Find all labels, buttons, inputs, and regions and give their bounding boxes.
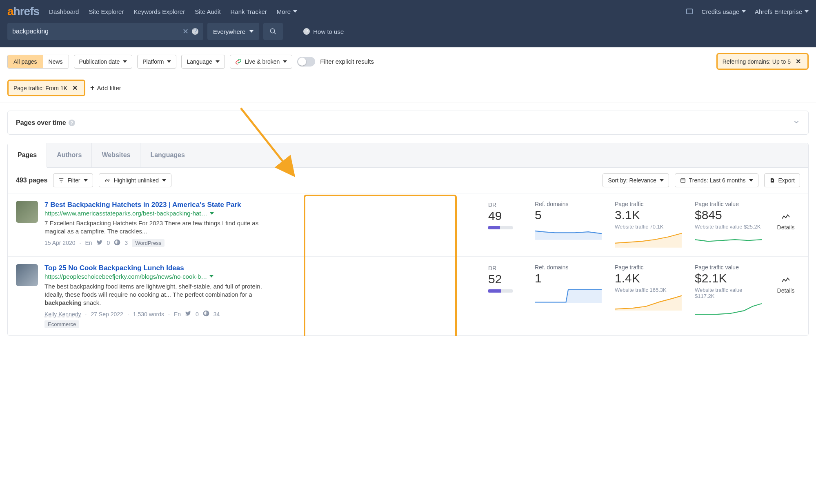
- metric-sub: Website traffic value $117.2K: [695, 287, 762, 299]
- clear-icon[interactable]: ✕: [182, 27, 189, 36]
- metric-label: Page traffic value: [695, 264, 762, 271]
- details-button[interactable]: Details: [772, 201, 800, 249]
- filter-button[interactable]: Filter: [53, 173, 93, 187]
- export-button[interactable]: Export: [764, 173, 800, 187]
- chevron-down-icon[interactable]: [793, 118, 800, 127]
- metric-label: Page traffic value: [695, 201, 762, 207]
- meta-twitter-count: 0: [107, 240, 110, 246]
- help-icon[interactable]: ?: [69, 120, 75, 126]
- explicit-toggle[interactable]: [297, 57, 315, 67]
- result-url[interactable]: https://peopleschoicebeefjerky.com/blogs…: [44, 273, 213, 280]
- pill-label: Platform: [142, 58, 164, 65]
- pill-label: Publication date: [79, 58, 120, 65]
- sort-button[interactable]: Sort by: Relevance: [603, 173, 669, 187]
- url-text: https://peopleschoicebeefjerky.com/blogs…: [44, 273, 207, 280]
- details-label: Details: [777, 224, 795, 231]
- result-title-link[interactable]: Top 25 No Cook Backpacking Lunch Ideas: [44, 264, 478, 272]
- caret-down-icon: [293, 10, 297, 13]
- metric-ref-domains: Ref. domains 5: [531, 201, 605, 249]
- nav-dashboard[interactable]: Dashboard: [49, 8, 79, 15]
- search-button[interactable]: [263, 23, 283, 40]
- card-head[interactable]: Pages over time ?: [8, 111, 808, 134]
- dr-bar: [488, 226, 513, 229]
- filter-platform[interactable]: Platform: [137, 55, 176, 69]
- result-title-link[interactable]: 7 Best Backpacking Hatchets in 2023 | Am…: [44, 201, 478, 209]
- search-input[interactable]: [12, 28, 179, 35]
- plus-icon: +: [90, 84, 95, 92]
- results-toolbar: 493 pages Filter Highlight unlinked Sort…: [8, 168, 808, 193]
- caret-down-icon[interactable]: [209, 275, 213, 278]
- help-icon[interactable]: ?: [192, 28, 198, 35]
- meta-author[interactable]: Kelly Kennedy: [44, 311, 81, 317]
- metric-sub: Website traffic value $25.2K: [695, 224, 762, 230]
- rtab-pages[interactable]: Pages: [8, 143, 47, 168]
- result-meta: 15 Apr 2020 · En 0 3 WordPress: [44, 239, 478, 247]
- results-section: Pages Authors Websites Languages 493 pag…: [7, 143, 809, 336]
- result-meta-2: Ecommerce: [44, 320, 478, 328]
- tab-all-pages[interactable]: All pages: [8, 55, 43, 68]
- pill-label: Live & broken: [245, 58, 280, 65]
- sparkline-ref: [535, 222, 602, 240]
- metric-value: 1: [535, 271, 602, 285]
- nav-site-explorer[interactable]: Site Explorer: [89, 8, 124, 15]
- metric-label: DR: [488, 202, 525, 208]
- toggle-knob: [298, 58, 306, 66]
- scope-select[interactable]: Everywhere: [207, 23, 259, 40]
- logo[interactable]: ahrefs: [7, 5, 39, 18]
- sparkline-value: [695, 230, 762, 248]
- link-icon: [235, 58, 242, 65]
- remove-filter-icon[interactable]: ✕: [794, 58, 803, 65]
- rtab-authors[interactable]: Authors: [47, 143, 92, 167]
- trends-button[interactable]: Trends: Last 6 months: [675, 173, 758, 187]
- search-row: ✕ ? Everywhere ? How to use: [0, 23, 816, 47]
- highlight-unlinked-button[interactable]: Highlight unlinked: [99, 173, 172, 187]
- sparkline-ref: [535, 285, 602, 303]
- meta-pinterest-count: 3: [125, 240, 128, 246]
- logo-rest: hrefs: [13, 5, 39, 18]
- result-thumbnail[interactable]: [16, 264, 38, 286]
- filter-live-broken[interactable]: Live & broken: [230, 55, 293, 69]
- metric-sub: Website traffic 165.3K: [615, 287, 682, 293]
- metric-value: 52: [488, 272, 525, 286]
- device-icon[interactable]: [686, 9, 693, 14]
- nav-account[interactable]: Ahrefs Enterprise: [755, 8, 809, 15]
- rtab-websites[interactable]: Websites: [92, 143, 140, 167]
- metric-value: 5: [535, 208, 602, 222]
- result-thumbnail[interactable]: [16, 201, 38, 223]
- btn-label: Sort by: Relevance: [608, 177, 656, 184]
- caret-down-icon: [216, 60, 220, 63]
- filter-referring-domains[interactable]: Referring domains: Up to 5 ✕: [716, 53, 809, 70]
- caret-down-icon: [805, 10, 809, 13]
- add-filter-label: Add filter: [97, 84, 121, 91]
- rtab-languages[interactable]: Languages: [140, 143, 195, 167]
- nav-more[interactable]: More: [277, 8, 297, 15]
- trend-icon: [772, 276, 800, 286]
- meta-words: 1,530 words: [133, 311, 164, 317]
- metric-label: Page traffic: [615, 201, 682, 207]
- nav-rank-tracker[interactable]: Rank Tracker: [231, 8, 267, 15]
- nav-keywords-explorer[interactable]: Keywords Explorer: [133, 8, 185, 15]
- metric-sub: Website traffic 70.1K: [615, 224, 682, 230]
- how-to-use[interactable]: ? How to use: [303, 28, 344, 35]
- pages-over-time-card: Pages over time ?: [7, 111, 809, 135]
- sparkline-traffic: [615, 230, 682, 248]
- add-filter[interactable]: + Add filter: [90, 84, 121, 92]
- caret-down-icon: [162, 179, 166, 182]
- result-url[interactable]: https://www.americasstateparks.org/best-…: [44, 210, 214, 217]
- calendar-icon: [680, 178, 686, 183]
- filter-publication-date[interactable]: Publication date: [74, 55, 133, 69]
- remove-filter-icon[interactable]: ✕: [71, 84, 79, 92]
- metric-dr: DR 52: [488, 264, 525, 329]
- caret-down-icon[interactable]: [210, 212, 214, 215]
- nav-site-audit[interactable]: Site Audit: [195, 8, 220, 15]
- filter-language[interactable]: Language: [181, 55, 225, 69]
- nav-account-label: Ahrefs Enterprise: [755, 8, 802, 15]
- nav-credits[interactable]: Credits usage: [702, 8, 746, 15]
- filter-page-traffic[interactable]: Page traffic: From 1K ✕: [7, 80, 85, 96]
- result-meta: Kelly Kennedy · 27 Sep 2022 · 1,530 word…: [44, 310, 478, 318]
- details-button[interactable]: Details: [772, 264, 800, 329]
- url-text: https://www.americasstateparks.org/best-…: [44, 210, 207, 217]
- pill-label: Language: [187, 58, 212, 65]
- tab-news[interactable]: News: [43, 55, 69, 68]
- caret-down-icon: [749, 179, 753, 182]
